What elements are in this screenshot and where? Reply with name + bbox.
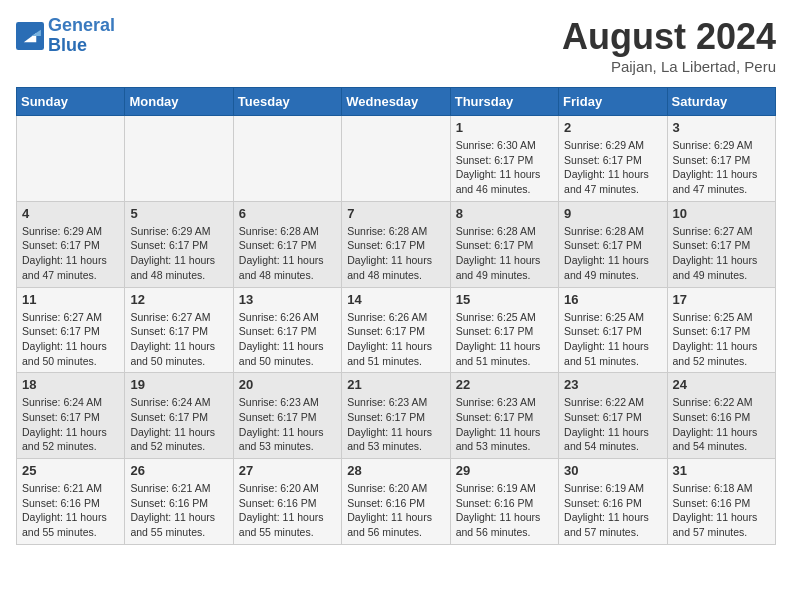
- day-info: Sunrise: 6:21 AM Sunset: 6:16 PM Dayligh…: [22, 481, 119, 540]
- day-info: Sunrise: 6:21 AM Sunset: 6:16 PM Dayligh…: [130, 481, 227, 540]
- logo-line2: Blue: [48, 35, 87, 55]
- day-info: Sunrise: 6:20 AM Sunset: 6:16 PM Dayligh…: [239, 481, 336, 540]
- day-info: Sunrise: 6:24 AM Sunset: 6:17 PM Dayligh…: [130, 395, 227, 454]
- day-number: 9: [564, 206, 661, 221]
- location-subtitle: Paijan, La Libertad, Peru: [562, 58, 776, 75]
- day-info: Sunrise: 6:29 AM Sunset: 6:17 PM Dayligh…: [673, 138, 770, 197]
- weekday-header-monday: Monday: [125, 88, 233, 116]
- day-info: Sunrise: 6:26 AM Sunset: 6:17 PM Dayligh…: [347, 310, 444, 369]
- calendar-week-row: 4Sunrise: 6:29 AM Sunset: 6:17 PM Daylig…: [17, 201, 776, 287]
- weekday-header-row: SundayMondayTuesdayWednesdayThursdayFrid…: [17, 88, 776, 116]
- day-info: Sunrise: 6:29 AM Sunset: 6:17 PM Dayligh…: [22, 224, 119, 283]
- day-info: Sunrise: 6:28 AM Sunset: 6:17 PM Dayligh…: [456, 224, 553, 283]
- day-info: Sunrise: 6:22 AM Sunset: 6:16 PM Dayligh…: [673, 395, 770, 454]
- calendar-cell: 21Sunrise: 6:23 AM Sunset: 6:17 PM Dayli…: [342, 373, 450, 459]
- day-info: Sunrise: 6:22 AM Sunset: 6:17 PM Dayligh…: [564, 395, 661, 454]
- logo-line1: General: [48, 15, 115, 35]
- day-number: 17: [673, 292, 770, 307]
- calendar-cell: 6Sunrise: 6:28 AM Sunset: 6:17 PM Daylig…: [233, 201, 341, 287]
- day-info: Sunrise: 6:20 AM Sunset: 6:16 PM Dayligh…: [347, 481, 444, 540]
- weekday-header-friday: Friday: [559, 88, 667, 116]
- day-info: Sunrise: 6:27 AM Sunset: 6:17 PM Dayligh…: [22, 310, 119, 369]
- calendar-week-row: 1Sunrise: 6:30 AM Sunset: 6:17 PM Daylig…: [17, 116, 776, 202]
- day-info: Sunrise: 6:28 AM Sunset: 6:17 PM Dayligh…: [239, 224, 336, 283]
- day-info: Sunrise: 6:28 AM Sunset: 6:17 PM Dayligh…: [347, 224, 444, 283]
- logo-text: General Blue: [48, 16, 115, 56]
- weekday-header-thursday: Thursday: [450, 88, 558, 116]
- day-info: Sunrise: 6:29 AM Sunset: 6:17 PM Dayligh…: [130, 224, 227, 283]
- weekday-header-sunday: Sunday: [17, 88, 125, 116]
- calendar-cell: 20Sunrise: 6:23 AM Sunset: 6:17 PM Dayli…: [233, 373, 341, 459]
- day-info: Sunrise: 6:19 AM Sunset: 6:16 PM Dayligh…: [564, 481, 661, 540]
- calendar-cell: 12Sunrise: 6:27 AM Sunset: 6:17 PM Dayli…: [125, 287, 233, 373]
- calendar-cell: 10Sunrise: 6:27 AM Sunset: 6:17 PM Dayli…: [667, 201, 775, 287]
- calendar-cell: 14Sunrise: 6:26 AM Sunset: 6:17 PM Dayli…: [342, 287, 450, 373]
- calendar-cell: 8Sunrise: 6:28 AM Sunset: 6:17 PM Daylig…: [450, 201, 558, 287]
- calendar-cell: 11Sunrise: 6:27 AM Sunset: 6:17 PM Dayli…: [17, 287, 125, 373]
- calendar-cell: 29Sunrise: 6:19 AM Sunset: 6:16 PM Dayli…: [450, 459, 558, 545]
- day-info: Sunrise: 6:24 AM Sunset: 6:17 PM Dayligh…: [22, 395, 119, 454]
- calendar-table: SundayMondayTuesdayWednesdayThursdayFrid…: [16, 87, 776, 545]
- title-block: August 2024 Paijan, La Libertad, Peru: [562, 16, 776, 75]
- page-header: General Blue August 2024 Paijan, La Libe…: [16, 16, 776, 75]
- month-year-title: August 2024: [562, 16, 776, 58]
- day-number: 29: [456, 463, 553, 478]
- day-number: 30: [564, 463, 661, 478]
- day-number: 31: [673, 463, 770, 478]
- calendar-cell: 26Sunrise: 6:21 AM Sunset: 6:16 PM Dayli…: [125, 459, 233, 545]
- day-info: Sunrise: 6:27 AM Sunset: 6:17 PM Dayligh…: [130, 310, 227, 369]
- day-number: 10: [673, 206, 770, 221]
- day-info: Sunrise: 6:27 AM Sunset: 6:17 PM Dayligh…: [673, 224, 770, 283]
- calendar-cell: 23Sunrise: 6:22 AM Sunset: 6:17 PM Dayli…: [559, 373, 667, 459]
- calendar-cell: 7Sunrise: 6:28 AM Sunset: 6:17 PM Daylig…: [342, 201, 450, 287]
- day-info: Sunrise: 6:26 AM Sunset: 6:17 PM Dayligh…: [239, 310, 336, 369]
- day-number: 5: [130, 206, 227, 221]
- day-info: Sunrise: 6:23 AM Sunset: 6:17 PM Dayligh…: [347, 395, 444, 454]
- calendar-cell: 18Sunrise: 6:24 AM Sunset: 6:17 PM Dayli…: [17, 373, 125, 459]
- calendar-cell: [125, 116, 233, 202]
- day-number: 15: [456, 292, 553, 307]
- day-number: 6: [239, 206, 336, 221]
- calendar-cell: 1Sunrise: 6:30 AM Sunset: 6:17 PM Daylig…: [450, 116, 558, 202]
- day-number: 13: [239, 292, 336, 307]
- day-number: 12: [130, 292, 227, 307]
- calendar-cell: 24Sunrise: 6:22 AM Sunset: 6:16 PM Dayli…: [667, 373, 775, 459]
- day-number: 23: [564, 377, 661, 392]
- day-number: 21: [347, 377, 444, 392]
- day-number: 4: [22, 206, 119, 221]
- day-number: 3: [673, 120, 770, 135]
- calendar-cell: 17Sunrise: 6:25 AM Sunset: 6:17 PM Dayli…: [667, 287, 775, 373]
- calendar-cell: 25Sunrise: 6:21 AM Sunset: 6:16 PM Dayli…: [17, 459, 125, 545]
- calendar-cell: 16Sunrise: 6:25 AM Sunset: 6:17 PM Dayli…: [559, 287, 667, 373]
- day-number: 7: [347, 206, 444, 221]
- calendar-week-row: 18Sunrise: 6:24 AM Sunset: 6:17 PM Dayli…: [17, 373, 776, 459]
- day-info: Sunrise: 6:25 AM Sunset: 6:17 PM Dayligh…: [456, 310, 553, 369]
- day-number: 19: [130, 377, 227, 392]
- calendar-cell: 5Sunrise: 6:29 AM Sunset: 6:17 PM Daylig…: [125, 201, 233, 287]
- day-number: 28: [347, 463, 444, 478]
- day-number: 2: [564, 120, 661, 135]
- day-number: 20: [239, 377, 336, 392]
- calendar-cell: [342, 116, 450, 202]
- calendar-cell: 3Sunrise: 6:29 AM Sunset: 6:17 PM Daylig…: [667, 116, 775, 202]
- day-info: Sunrise: 6:25 AM Sunset: 6:17 PM Dayligh…: [564, 310, 661, 369]
- calendar-cell: 4Sunrise: 6:29 AM Sunset: 6:17 PM Daylig…: [17, 201, 125, 287]
- weekday-header-saturday: Saturday: [667, 88, 775, 116]
- calendar-cell: [17, 116, 125, 202]
- day-number: 25: [22, 463, 119, 478]
- day-number: 27: [239, 463, 336, 478]
- calendar-cell: 27Sunrise: 6:20 AM Sunset: 6:16 PM Dayli…: [233, 459, 341, 545]
- day-info: Sunrise: 6:28 AM Sunset: 6:17 PM Dayligh…: [564, 224, 661, 283]
- day-number: 11: [22, 292, 119, 307]
- logo: General Blue: [16, 16, 115, 56]
- day-number: 24: [673, 377, 770, 392]
- logo-icon: [16, 22, 44, 50]
- calendar-cell: 15Sunrise: 6:25 AM Sunset: 6:17 PM Dayli…: [450, 287, 558, 373]
- day-number: 8: [456, 206, 553, 221]
- day-info: Sunrise: 6:30 AM Sunset: 6:17 PM Dayligh…: [456, 138, 553, 197]
- day-info: Sunrise: 6:25 AM Sunset: 6:17 PM Dayligh…: [673, 310, 770, 369]
- calendar-cell: 28Sunrise: 6:20 AM Sunset: 6:16 PM Dayli…: [342, 459, 450, 545]
- calendar-cell: 2Sunrise: 6:29 AM Sunset: 6:17 PM Daylig…: [559, 116, 667, 202]
- calendar-cell: 22Sunrise: 6:23 AM Sunset: 6:17 PM Dayli…: [450, 373, 558, 459]
- calendar-cell: 19Sunrise: 6:24 AM Sunset: 6:17 PM Dayli…: [125, 373, 233, 459]
